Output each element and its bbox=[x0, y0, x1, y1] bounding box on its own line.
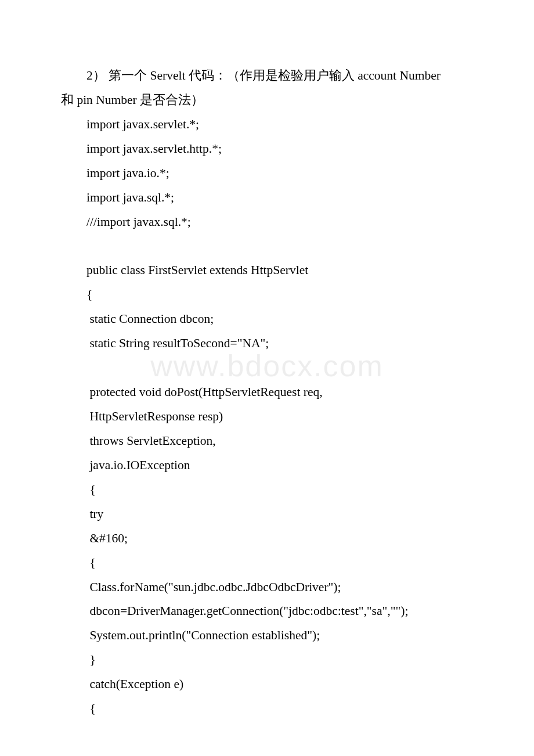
code-line: throws ServletException, bbox=[61, 429, 473, 453]
code-line: java.io.IOException bbox=[61, 453, 473, 478]
code-line: static String resultToSecond="NA"; bbox=[61, 332, 473, 356]
document-page: www.bdocx.com 2） 第一个 Servelt 代码：（作用是检验用户… bbox=[0, 0, 534, 756]
code-line: System.out.println("Connection establish… bbox=[61, 624, 473, 648]
blank-line bbox=[61, 356, 473, 380]
code-line: { bbox=[61, 478, 473, 502]
code-line: 2） 第一个 Servelt 代码：（作用是检验用户输入 account Num… bbox=[61, 64, 473, 88]
code-line: protected void doPost(HttpServletRequest… bbox=[61, 380, 473, 405]
code-line: import java.sql.*; bbox=[61, 186, 473, 210]
blank-line bbox=[61, 234, 473, 258]
code-line: { bbox=[61, 697, 473, 721]
code-line: } bbox=[61, 648, 473, 672]
code-line: public class FirstServlet extends HttpSe… bbox=[61, 258, 473, 283]
code-line: ///import javax.sql.*; bbox=[61, 210, 473, 235]
code-line: &#160; bbox=[61, 527, 473, 551]
code-line: HttpServletResponse resp) bbox=[61, 405, 473, 429]
code-line: dbcon=DriverManager.getConnection("jdbc:… bbox=[61, 599, 473, 624]
code-line: import java.io.*; bbox=[61, 161, 473, 186]
document-body: 2） 第一个 Servelt 代码：（作用是检验用户输入 account Num… bbox=[61, 64, 473, 721]
code-line: 和 pin Number 是否合法） bbox=[61, 88, 473, 113]
code-line: import javax.servlet.*; bbox=[61, 113, 473, 137]
code-line: import javax.servlet.http.*; bbox=[61, 137, 473, 161]
code-line: Class.forName("sun.jdbc.odbc.JdbcOdbcDri… bbox=[61, 575, 473, 600]
code-line: { bbox=[61, 283, 473, 307]
code-line: { bbox=[61, 551, 473, 575]
code-line: static Connection dbcon; bbox=[61, 307, 473, 332]
code-line: catch(Exception e) bbox=[61, 672, 473, 697]
code-line: try bbox=[61, 502, 473, 527]
